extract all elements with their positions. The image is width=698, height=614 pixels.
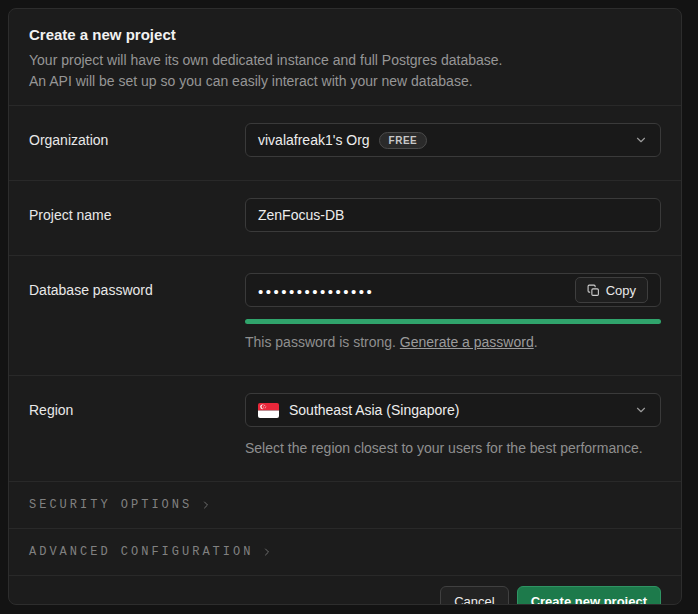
chevron-right-icon xyxy=(261,546,273,558)
region-row: Region Southeast Asia (Singapore) xyxy=(9,375,681,481)
chevron-down-icon xyxy=(634,133,648,147)
copy-button-label: Copy xyxy=(606,283,636,298)
copy-password-button[interactable]: Copy xyxy=(575,277,648,303)
dialog-description-line-2: An API will be set up so you can easily … xyxy=(29,71,661,92)
advanced-configuration-toggle[interactable]: ADVANCED CONFIGURATION xyxy=(9,528,681,575)
security-options-label: SECURITY OPTIONS xyxy=(29,498,192,512)
singapore-flag-icon xyxy=(258,403,279,418)
copy-icon xyxy=(587,284,600,297)
database-password-input[interactable]: ••••••••••••••• Copy xyxy=(245,273,661,307)
organization-row: Organization vivalafreak1's Org FREE xyxy=(9,105,681,180)
region-hint: Select the region closest to your users … xyxy=(245,439,661,458)
advanced-configuration-label: ADVANCED CONFIGURATION xyxy=(29,545,253,559)
dialog-footer: Cancel Create new project xyxy=(9,575,681,605)
password-strength-hint: This password is strong. Generate a pass… xyxy=(245,333,661,352)
password-strength-bar xyxy=(245,319,661,324)
security-options-toggle[interactable]: SECURITY OPTIONS xyxy=(9,481,681,528)
create-new-project-button[interactable]: Create new project xyxy=(517,586,661,605)
database-password-row: Database password ••••••••••••••• Copy T… xyxy=(9,255,681,375)
chevron-right-icon xyxy=(200,499,212,511)
organization-value: vivalafreak1's Org xyxy=(258,132,370,148)
database-password-group: ••••••••••••••• Copy This password is st… xyxy=(245,273,661,352)
free-plan-badge: FREE xyxy=(379,132,428,149)
organization-label: Organization xyxy=(29,123,245,148)
project-name-row: Project name ZenFocus-DB xyxy=(9,180,681,255)
dialog-title: Create a new project xyxy=(29,25,661,45)
cancel-button[interactable]: Cancel xyxy=(440,586,508,605)
create-project-dialog: Create a new project Your project will h… xyxy=(8,8,682,605)
region-value: Southeast Asia (Singapore) xyxy=(289,402,459,418)
dialog-description-line-1: Your project will have its own dedicated… xyxy=(29,50,661,71)
region-group: Southeast Asia (Singapore) Select the re… xyxy=(245,393,661,458)
dialog-header: Create a new project Your project will h… xyxy=(9,9,681,105)
region-label: Region xyxy=(29,393,245,418)
database-password-value: ••••••••••••••• xyxy=(258,283,374,300)
organization-select[interactable]: vivalafreak1's Org FREE xyxy=(245,123,661,157)
password-strength-message: This password is strong. xyxy=(245,334,396,350)
password-hint-suffix: . xyxy=(534,334,538,350)
project-name-value: ZenFocus-DB xyxy=(258,207,344,223)
project-name-input[interactable]: ZenFocus-DB xyxy=(245,198,661,232)
generate-password-link[interactable]: Generate a password xyxy=(400,334,534,350)
region-select[interactable]: Southeast Asia (Singapore) xyxy=(245,393,661,427)
database-password-label: Database password xyxy=(29,273,245,298)
project-name-label: Project name xyxy=(29,198,245,223)
chevron-down-icon xyxy=(634,403,648,417)
